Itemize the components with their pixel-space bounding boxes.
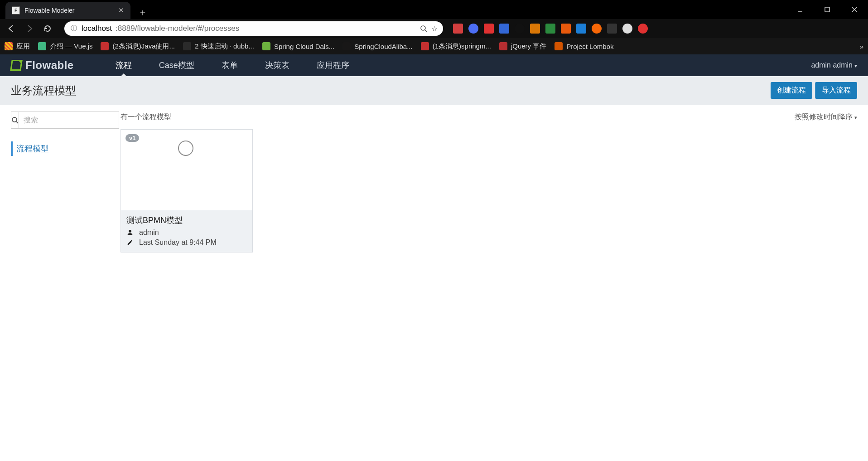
brand-logo[interactable]: Flowable	[11, 59, 74, 72]
svg-line-7	[16, 121, 18, 123]
zoom-icon[interactable]	[420, 24, 428, 33]
extension-icon[interactable]	[468, 24, 478, 34]
sort-label: 按照修改时间降序	[795, 113, 853, 121]
primary-nav: 流程 Case模型 表单 决策表 应用程序	[115, 54, 350, 76]
extension-icon[interactable]	[499, 24, 509, 34]
main-content: 有一个流程模型 按照修改时间降序▾ v1 测试BPMN模型	[121, 112, 857, 252]
bookmark-label: Project Lombok	[566, 43, 613, 50]
window-minimize-icon[interactable]	[786, 0, 814, 19]
bookmarks-bar: 应用 介绍 — Vue.js (2条消息)Java使用... 2 快速启动 · …	[0, 38, 868, 54]
bookmark-favicon	[342, 42, 351, 50]
search-icon	[11, 116, 19, 124]
site-info-icon[interactable]: ⓘ	[70, 24, 78, 33]
brand-text: Flowable	[25, 59, 74, 72]
address-bar[interactable]: ⓘ localhost:8889/flowable-modeler/#/proc…	[64, 21, 443, 36]
extensions-area	[453, 24, 648, 34]
sidebar-filter-process-models[interactable]: 流程模型	[11, 141, 111, 156]
bookmark-label: SpringCloudAliba...	[354, 43, 412, 50]
reload-button[interactable]	[41, 22, 54, 35]
browser-titlebar: F Flowable Modeler ✕ ＋	[0, 0, 868, 19]
nav-forms[interactable]: 表单	[221, 54, 239, 76]
model-name: 测试BPMN模型	[126, 215, 247, 226]
nav-decision-tables[interactable]: 决策表	[264, 54, 290, 76]
bookmark-label: 介绍 — Vue.js	[50, 42, 92, 51]
user-label: admin admin	[811, 61, 853, 69]
bookmark-favicon	[499, 42, 507, 50]
bookmark-label: (2条消息)Java使用...	[112, 42, 175, 51]
tab-favicon: F	[12, 6, 20, 15]
result-count-text: 有一个流程模型	[121, 112, 171, 122]
bookmark-label: 2 快速启动 · dubb...	[195, 42, 254, 51]
chevron-down-icon: ▾	[854, 115, 857, 120]
window-maximize-icon[interactable]	[814, 0, 841, 19]
bookmark-item[interactable]: 介绍 — Vue.js	[38, 42, 92, 51]
extension-icon[interactable]	[638, 24, 648, 34]
bpmn-start-event-icon	[178, 141, 193, 156]
bookmark-favicon	[101, 42, 109, 50]
extension-icon[interactable]	[576, 24, 586, 34]
bookmark-favicon	[262, 42, 270, 50]
tab-title: Flowable Modeler	[24, 7, 75, 14]
search-input[interactable]	[19, 112, 119, 129]
extension-icon[interactable]	[545, 24, 555, 34]
svg-rect-1	[825, 7, 829, 12]
sidebar: 流程模型	[11, 112, 111, 252]
create-process-button[interactable]: 创建流程	[771, 82, 812, 99]
nav-case-models[interactable]: Case模型	[158, 54, 195, 76]
svg-point-4	[421, 26, 425, 30]
new-tab-button[interactable]: ＋	[136, 5, 149, 19]
extension-icon[interactable]	[561, 24, 571, 34]
bookmark-item[interactable]: SpringCloudAliba...	[342, 42, 412, 50]
bookmark-label: Spring Cloud Dals...	[274, 43, 334, 50]
process-model-card[interactable]: v1 测试BPMN模型 admin	[121, 129, 253, 252]
bookmark-favicon	[183, 42, 191, 50]
url-host: localhost	[82, 24, 112, 33]
nav-apps[interactable]: 应用程序	[316, 54, 350, 76]
model-author: admin	[139, 228, 159, 237]
bookmark-item[interactable]: (1条消息)springm...	[421, 42, 491, 51]
bookmark-favicon	[421, 42, 429, 50]
bookmark-label: (1条消息)springm...	[433, 42, 491, 51]
user-menu[interactable]: admin admin▾	[811, 61, 857, 69]
page-title: 业务流程模型	[11, 83, 76, 98]
bookmark-item[interactable]: Spring Cloud Dals...	[262, 42, 334, 50]
bookmark-favicon	[555, 42, 563, 50]
bookmark-favicon	[5, 42, 13, 50]
window-close-icon[interactable]	[841, 0, 868, 19]
pencil-icon	[126, 239, 134, 246]
bookmarks-overflow-icon[interactable]: »	[860, 43, 863, 50]
import-process-button[interactable]: 导入流程	[815, 82, 857, 99]
extension-icon[interactable]	[530, 24, 540, 34]
svg-line-5	[425, 30, 427, 32]
app-header: Flowable 流程 Case模型 表单 决策表 应用程序 admin adm…	[0, 54, 868, 76]
subheader: 业务流程模型 创建流程 导入流程	[0, 76, 868, 105]
browser-toolbar: ⓘ localhost:8889/flowable-modeler/#/proc…	[0, 19, 868, 38]
url-path: :8889/flowable-modeler/#/processes	[116, 24, 239, 33]
bookmark-item[interactable]: jQuery 事件	[499, 42, 546, 51]
tab-close-icon[interactable]: ✕	[118, 6, 124, 15]
bookmark-item[interactable]: 应用	[5, 42, 30, 51]
browser-tab[interactable]: F Flowable Modeler ✕	[5, 2, 130, 19]
search-button[interactable]	[11, 112, 19, 129]
svg-point-6	[12, 117, 17, 122]
extension-icon[interactable]	[484, 24, 494, 34]
extension-icon[interactable]	[607, 24, 617, 34]
sort-dropdown[interactable]: 按照修改时间降序▾	[795, 112, 857, 122]
nav-processes[interactable]: 流程	[115, 54, 133, 76]
model-modified: Last Sunday at 9:44 PM	[139, 238, 217, 247]
bookmark-label: 应用	[16, 42, 30, 51]
bookmark-item[interactable]: Project Lombok	[555, 42, 613, 50]
bookmark-star-icon[interactable]: ☆	[431, 24, 438, 33]
bookmark-label: jQuery 事件	[511, 42, 546, 51]
bookmark-item[interactable]: (2条消息)Java使用...	[101, 42, 175, 51]
extension-icon[interactable]	[515, 24, 525, 34]
forward-button[interactable]	[23, 22, 36, 35]
flowable-logo-icon	[10, 60, 22, 71]
model-thumbnail: v1	[121, 130, 252, 210]
extension-icon[interactable]	[592, 24, 602, 34]
user-icon	[126, 229, 134, 236]
extension-icon[interactable]	[622, 24, 632, 34]
extension-icon[interactable]	[453, 24, 463, 34]
bookmark-item[interactable]: 2 快速启动 · dubb...	[183, 42, 254, 51]
back-button[interactable]	[5, 22, 18, 35]
